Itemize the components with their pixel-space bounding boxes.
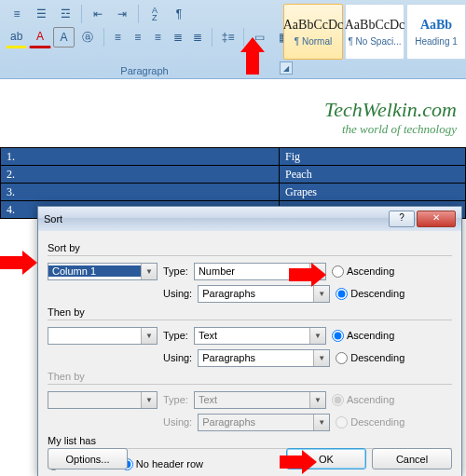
combo-value: Paragraphs (199, 416, 313, 428)
show-hide-button[interactable]: ¶ (168, 4, 190, 24)
distributed-button[interactable]: ≣ (188, 27, 206, 48)
then-using-combo[interactable]: Paragraphs ▼ (198, 349, 330, 367)
cell-num[interactable]: 1. (1, 148, 280, 166)
then-type-combo-disabled: Text ▼ (194, 391, 326, 409)
bullets-button[interactable]: ≡ (6, 4, 28, 24)
cell-val[interactable]: Grapes (280, 184, 466, 201)
cell-val[interactable]: Fig (280, 148, 466, 166)
then-field-combo-disabled: ▼ (48, 391, 158, 409)
radio-label: Ascending (347, 265, 394, 277)
titlebar[interactable]: Sort ? ✕ (38, 207, 461, 231)
combo-value: Paragraphs (199, 352, 313, 363)
decrease-indent-button[interactable]: ⇤ (87, 4, 109, 24)
radio-label: Ascending (347, 330, 394, 341)
help-button[interactable]: ? (389, 211, 415, 227)
style-normal[interactable]: AaBbCcDc ¶ Normal (283, 4, 343, 60)
shading-button[interactable]: ▭ (249, 27, 270, 48)
divider (243, 28, 244, 47)
cell-num[interactable]: 2. (1, 166, 280, 184)
cell-num[interactable]: 3. (1, 184, 280, 201)
divider (138, 5, 139, 23)
paragraph-dialog-launcher[interactable]: ◢ (280, 61, 293, 75)
sort-type-combo[interactable]: Number ▼ (194, 263, 326, 280)
sort-using-combo[interactable]: Paragraphs ▼ (198, 285, 330, 303)
radio-label: Descending (350, 288, 404, 299)
style-name: Heading 1 (415, 36, 458, 47)
radio-label: Descending (350, 352, 404, 363)
styles-gallery: AaBbCcDc ¶ Normal AaBbCcDc ¶ No Spaci...… (283, 4, 466, 58)
justify-button[interactable]: ≣ (169, 27, 186, 48)
using-label: Using: (163, 288, 192, 299)
enclose-char-button[interactable]: ⓐ (76, 27, 98, 48)
line-spacing-button[interactable]: ‡≡ (217, 27, 239, 48)
align-left-button[interactable]: ≡ (108, 27, 126, 48)
sort-dialog: Sort ? ✕ Sort by Column 1 ▼ Type: Number… (37, 206, 462, 476)
cell-val[interactable]: Peach (280, 166, 466, 184)
button-label: OK (319, 454, 334, 465)
ok-button[interactable]: OK (286, 448, 366, 469)
increase-indent-button[interactable]: ⇥ (111, 4, 133, 24)
table-row[interactable]: 3. Grapes (1, 184, 466, 201)
watermark-title: TechWelkin.com (324, 98, 457, 122)
watermark: TechWelkin.com the world of technology (324, 98, 457, 137)
font-color-button[interactable]: A (29, 26, 50, 48)
button-label: Options... (65, 454, 109, 465)
chevron-down-icon: ▼ (309, 328, 325, 344)
options-button[interactable]: Options... (48, 448, 128, 469)
chevron-down-icon: ▼ (313, 415, 329, 430)
sort-field-combo[interactable]: Column 1 ▼ (48, 263, 158, 280)
style-no-spacing[interactable]: AaBbCcDc ¶ No Spaci... (345, 4, 404, 60)
using-label: Using: (163, 416, 192, 428)
then-by-label: Then by (48, 306, 452, 318)
chevron-down-icon: ▼ (309, 264, 325, 279)
type-label: Type: (163, 330, 188, 341)
descending-radio[interactable]: Descending (336, 288, 404, 300)
highlight-button[interactable]: ab (6, 26, 27, 48)
watermark-subtitle: the world of technology (324, 122, 457, 137)
style-name: ¶ Normal (295, 36, 332, 47)
ascending-radio[interactable]: Ascending (332, 265, 394, 278)
ribbon: ≡ ☰ ☲ ⇤ ⇥ AZ ¶ ab A A ⓐ ≡ ≡ ≡ ≣ ≣ ‡≡ (0, 0, 466, 79)
align-center-button[interactable]: ≡ (129, 27, 146, 48)
then-type-combo[interactable]: Text ▼ (194, 327, 326, 345)
divider (48, 255, 452, 256)
dialog-body: Sort by Column 1 ▼ Type: Number ▼ Ascend… (38, 231, 461, 476)
align-right-button[interactable]: ≡ (148, 27, 166, 48)
chevron-down-icon: ▼ (141, 328, 157, 344)
divider (81, 5, 82, 23)
table-row[interactable]: 1. Fig (1, 148, 466, 166)
ascending-radio[interactable]: Ascending (332, 330, 394, 342)
multilevel-button[interactable]: ☲ (54, 4, 76, 24)
style-heading-1[interactable]: AaBb Heading 1 (406, 4, 466, 60)
character-border-button[interactable]: A (53, 27, 75, 48)
style-preview: AaBb (420, 18, 452, 33)
chevron-down-icon: ▼ (309, 392, 325, 408)
ascending-radio-disabled: Ascending (332, 394, 394, 406)
combo-value: Text (195, 394, 309, 405)
divider (48, 384, 452, 385)
sort-button[interactable]: AZ (144, 4, 166, 24)
close-button[interactable]: ✕ (417, 211, 456, 227)
then-field-combo[interactable]: ▼ (48, 327, 158, 345)
sort-by-label: Sort by (48, 242, 452, 253)
type-label: Type: (163, 265, 188, 277)
combo-value: Column 1 (48, 265, 141, 277)
cancel-button[interactable]: Cancel (372, 448, 452, 469)
no-header-row-radio[interactable]: No header row (121, 458, 203, 470)
descending-radio[interactable]: Descending (336, 352, 404, 364)
radio-label: Ascending (347, 394, 394, 405)
chevron-down-icon: ▼ (313, 350, 329, 366)
style-preview: AaBbCcDc (345, 18, 405, 33)
chevron-down-icon: ▼ (141, 264, 157, 279)
combo-value: Number (195, 265, 309, 277)
divider (212, 28, 212, 47)
type-label: Type: (163, 394, 188, 405)
my-list-has-label: My list has (48, 435, 452, 446)
chevron-down-icon: ▼ (313, 286, 329, 302)
chevron-down-icon: ▼ (141, 392, 157, 408)
dialog-title: Sort (44, 213, 387, 224)
style-preview: AaBbCcDc (283, 18, 344, 33)
numbering-button[interactable]: ☰ (30, 4, 52, 24)
combo-value: Text (195, 330, 309, 341)
table-row[interactable]: 2. Peach (1, 166, 466, 184)
